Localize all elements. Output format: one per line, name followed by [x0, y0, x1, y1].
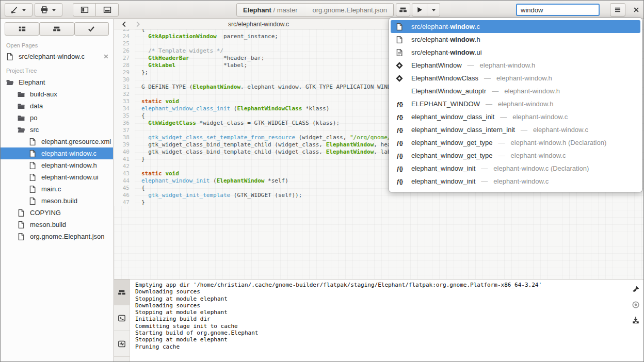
search-result-location: elephant-window.c (Declaration) — [493, 164, 589, 172]
tree-item-label: elephant-window.c — [41, 150, 96, 157]
toggle-left-panel-button[interactable] — [73, 3, 96, 17]
build-icon — [118, 288, 126, 297]
tree-item-label: org.gnome.Elephant.json — [30, 233, 105, 240]
tree-item-data[interactable]: data — [1, 100, 113, 112]
code-text: static void — [135, 170, 179, 177]
search-result-item[interactable]: ElephantWindowClass—elephant-window.h — [391, 72, 640, 85]
search-result-location: elephant-window.h — [480, 61, 536, 69]
tree-item-meson.build[interactable]: meson.build — [1, 195, 113, 207]
search-results-popover: src/elephant-window.csrc/elephant-window… — [389, 18, 642, 192]
save-log-button[interactable] — [632, 316, 640, 324]
search-result-title: ElephantWindowClass — [411, 74, 478, 82]
line-number: 40 — [114, 149, 135, 156]
search-result-title: ELEPHANT_WINDOW — [411, 100, 480, 108]
tree-item-elephant-window.c[interactable]: elephant-window.c — [1, 147, 113, 159]
search-result-item[interactable]: ƒ{}elephant_window_init—elephant-window.… — [391, 175, 640, 188]
tree-item-src[interactable]: src — [1, 124, 113, 136]
tree-item-meson.build[interactable]: meson.build — [1, 219, 113, 231]
log-line: Stopping at module elephant — [135, 336, 623, 343]
line-number: 46 — [114, 192, 135, 199]
build-log-output[interactable]: Emptying app dir '/home/christian/.cache… — [130, 279, 628, 361]
search-result-item[interactable]: ƒ{}elephant_window_get_type—elephant-win… — [391, 136, 640, 149]
log-line: Emptying app dir '/home/christian/.cache… — [135, 282, 623, 288]
edit-tool-dropdown-button[interactable] — [5, 3, 33, 17]
omnibar-build-status[interactable]: Elephant / master org.gnome.Elephant.jso… — [236, 3, 394, 17]
open-page-item[interactable]: src/elephant-window.c — [1, 50, 113, 63]
menu-button[interactable] — [610, 3, 625, 17]
code-text: GtkApplicationWindow parent_instance; — [135, 33, 278, 40]
pages-icon — [18, 25, 26, 33]
tree-item-po[interactable]: po — [1, 112, 113, 124]
tree-item-main.c[interactable]: main.c — [1, 183, 113, 195]
tab-terminal[interactable] — [114, 305, 130, 331]
line-number: 26 — [114, 47, 135, 55]
sidebar-tab-build[interactable] — [39, 22, 74, 36]
run-button[interactable] — [412, 3, 427, 17]
line-number: 25 — [114, 40, 135, 47]
tree-item-label: meson.build — [30, 221, 66, 228]
search-result-item[interactable]: src/elephant-window.ui — [391, 46, 640, 59]
line-number: 35 — [114, 112, 135, 120]
file-icon — [6, 53, 14, 61]
search-result-item[interactable]: ƒ{}elephant_window_init—elephant-window.… — [391, 162, 640, 175]
tab-runtime-terminal[interactable] — [114, 331, 130, 357]
build-config-label: org.gnome.Elephant.json — [312, 6, 387, 14]
file-icon — [28, 161, 37, 170]
code-text — [135, 76, 141, 84]
build-button[interactable] — [396, 3, 410, 17]
folder-icon — [17, 114, 25, 122]
tree-item-build-aux[interactable]: build-aux — [1, 88, 113, 100]
tree-item-label: data — [30, 102, 43, 110]
sidebar-tab-todo[interactable] — [74, 22, 109, 36]
tree-item-elephant-window.ui[interactable]: elephant-window.ui — [1, 171, 113, 183]
sidebar-tab-pages[interactable] — [5, 22, 39, 36]
tree-item-label: main.c — [41, 185, 61, 193]
dash-separator: — — [468, 61, 474, 69]
sidebar-tab-group — [5, 22, 109, 36]
search-result-item[interactable]: ElephantWindow_autoptr—elephant-window.h — [391, 85, 640, 97]
tab-build-output[interactable] — [114, 279, 130, 305]
line-number: 28 — [114, 62, 135, 69]
line-number: 42 — [114, 163, 135, 170]
code-text: GtkHeaderBar *header_bar; — [135, 55, 264, 62]
search-result-item[interactable]: src/elephant-window.c — [391, 20, 640, 33]
window-close-button[interactable] — [630, 3, 643, 17]
tree-item-org.gnome.Elephant.json[interactable]: org.gnome.Elephant.json — [1, 231, 113, 242]
close-page-icon[interactable] — [103, 54, 109, 59]
code-line: 47} — [114, 199, 643, 206]
search-result-item[interactable]: ƒ{}elephant_window_get_type—elephant-win… — [391, 149, 640, 162]
search-result-item[interactable]: ƒ{}ELEPHANT_WINDOW—elephant-window.h — [391, 97, 640, 110]
file-icon — [395, 23, 404, 31]
bottom-panel-tabs — [114, 279, 130, 361]
search-result-title: elephant_window_get_type — [411, 139, 493, 146]
file-ui-icon — [395, 48, 404, 57]
run-options-dropdown-button[interactable] — [427, 3, 440, 17]
line-number: 27 — [114, 55, 135, 62]
line-number: 39 — [114, 141, 135, 149]
search-result-item[interactable]: ƒ{}elephant_window_class_init—elephant-w… — [391, 110, 640, 123]
build-icon — [399, 6, 407, 14]
record-icon[interactable] — [632, 301, 640, 309]
search-result-item[interactable]: ElephantWindow—elephant-window.h — [391, 59, 640, 72]
line-number: 32 — [114, 91, 135, 98]
code-text: gtk_widget_class_set_template_from_resou… — [135, 134, 401, 141]
open-page-label: src/elephant-window.c — [19, 53, 99, 60]
tree-item-elephant-window.h[interactable]: elephant-window.h — [1, 159, 113, 171]
tree-item-label: elephant.gresource.xml — [41, 138, 111, 145]
global-search-input[interactable] — [516, 4, 600, 16]
tree-item-elephant.gresource.xml[interactable]: elephant.gresource.xml — [1, 136, 113, 147]
clear-log-button[interactable] — [632, 285, 640, 293]
code-text: static void — [135, 98, 179, 105]
search-result-title: src/elephant-window.c — [411, 23, 480, 30]
search-result-location: elephant-window.h (Declaration) — [511, 139, 607, 146]
tree-item-COPYING[interactable]: COPYING — [1, 207, 113, 219]
search-result-item[interactable]: src/elephant-window.h — [391, 33, 640, 46]
dash-separator: — — [500, 113, 507, 121]
device-dropdown-button[interactable] — [35, 3, 62, 17]
headerbar: Elephant / master org.gnome.Elephant.jso… — [1, 1, 643, 19]
left-sidebar: Open Pages src/elephant-window.c Project… — [1, 19, 114, 361]
toggle-bottom-panel-button[interactable] — [95, 3, 119, 17]
tree-item-Elephant[interactable]: Elephant — [1, 76, 113, 88]
tree-item-label: elephant-window.h — [41, 161, 97, 169]
search-result-item[interactable]: ƒ{}elephant_window_class_intern_init—ele… — [391, 123, 640, 136]
